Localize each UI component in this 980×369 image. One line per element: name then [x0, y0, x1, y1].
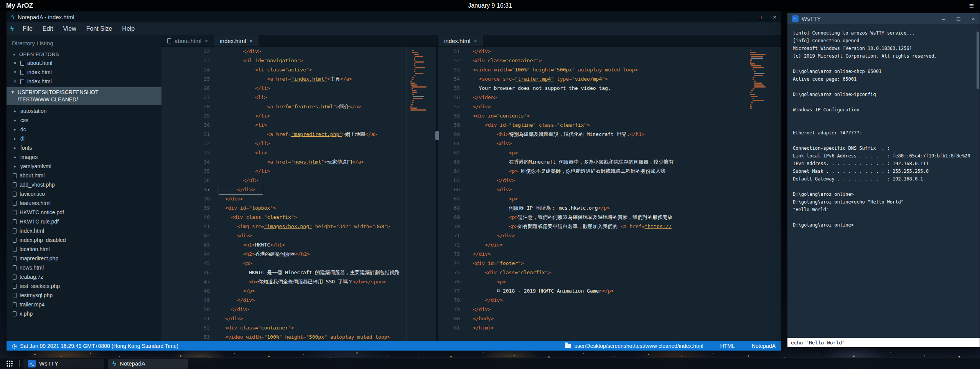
file-item-test-sockets-php[interactable]: test_sockets.php — [7, 281, 161, 291]
code-line[interactable]: 43 <h1>HKWTC</h1> — [161, 240, 406, 250]
code-line[interactable]: 53 <video width="100%" height="500px" au… — [161, 333, 406, 341]
code-line[interactable]: 48 </p> — [161, 286, 406, 296]
code-line[interactable]: 31 <a href="mapredirect.php">網上地圖</a> — [161, 130, 406, 139]
code-line[interactable]: 46 HKWTC 是一個 Minecraft 的建築伺服器，主要建築計劃包括鐵路 — [161, 268, 406, 277]
close-button[interactable]: × — [972, 16, 975, 22]
code-line[interactable]: 74 <div id="footer"> — [438, 259, 746, 268]
folder-item-dc[interactable]: ▸dc — [7, 125, 161, 134]
code-line[interactable]: 28 <a href="features.html">簡介</a> — [161, 102, 406, 111]
notepad-titlebar[interactable]: ϟ NotepadA - index.html – □ × — [7, 12, 781, 22]
code-line[interactable]: 32 </li> — [161, 139, 406, 148]
wstty-titlebar[interactable]: >_ WsTTY – □ × — [787, 13, 980, 24]
code-line[interactable]: 30 <li> — [161, 121, 406, 130]
code-line[interactable]: 27 <li> — [161, 93, 406, 102]
minimap-right[interactable] — [746, 47, 781, 341]
terminal-output[interactable]: [info] Connecting to arozos WsTTY servic… — [787, 24, 980, 338]
code-line[interactable]: 57 </div> — [438, 102, 746, 111]
code-line[interactable]: 69 <p>請注意，我們的伺服器為確保玩家及遊玩時的質素，我們對的服務開放 — [438, 213, 746, 222]
code-line[interactable]: 52 <div class="container"> — [161, 323, 406, 333]
code-line[interactable]: 77 © 2018 - 2019 HKWTC Animation Gamer</… — [438, 286, 746, 296]
code-line[interactable]: 44 <h2>香港的建築伺服器</h2> — [161, 250, 406, 259]
code-line[interactable]: 72 </div> — [438, 240, 746, 250]
folder-item-dl[interactable]: ▸dl — [7, 134, 161, 143]
open-editor-item-about-html[interactable]: ×about.html — [7, 58, 161, 68]
file-item-about-html[interactable]: about.html — [7, 171, 161, 180]
file-item-hkwtc-notice-pdf[interactable]: HKWTC notice.pdf — [7, 208, 161, 217]
code-line[interactable]: 42 <div> — [161, 231, 406, 240]
code-line[interactable]: 63 在香港的Minecraft 伺服器中，多為小遊戲和純生存的伺服器，較少擁有 — [438, 157, 746, 167]
file-item-favicon-ico[interactable]: favicon.ico — [7, 189, 161, 199]
code-line[interactable]: 59 <div id="tagline" class="clearfix"> — [438, 121, 746, 130]
statusbar-filepath[interactable]: user/Desktop/screenshot/test/www cleaned… — [574, 343, 703, 349]
maximize-button[interactable]: □ — [957, 16, 960, 22]
app-launcher-grid-icon[interactable] — [6, 360, 13, 367]
file-item-x-php[interactable]: x.php — [7, 309, 161, 318]
code-line[interactable]: 39 <div id="topbox"> — [161, 204, 406, 213]
code-line[interactable]: 64 <p> 即使你不是建築師，你也能透過紅石師或鐵路工程師的身份加入我 — [438, 167, 746, 176]
close-button[interactable]: × — [773, 14, 776, 20]
minimize-button[interactable]: – — [743, 14, 746, 20]
split-handle[interactable] — [435, 131, 439, 140]
code-line[interactable]: 29 </li> — [161, 111, 406, 121]
file-item-add-vhost-php[interactable]: add_vhost.php — [7, 180, 161, 189]
code-editor-left[interactable]: 22 </div>23 <ul id="navigation">24 <li c… — [161, 47, 406, 341]
pane-divider[interactable] — [436, 35, 438, 341]
taskbar-item-notepada[interactable]: ϟNotepadA — [108, 359, 188, 369]
code-line[interactable]: 66 <div> — [438, 185, 746, 194]
folder-item-css[interactable]: ▸css — [7, 116, 161, 125]
open-editors-section[interactable]: ▾ OPEN EDITORS — [7, 50, 161, 58]
maximize-button[interactable]: □ — [758, 14, 761, 20]
taskbar-item-wstty[interactable]: >_WsTTY — [23, 359, 104, 369]
open-editor-item-index-html[interactable]: ×index.html — [7, 68, 161, 77]
code-line[interactable]: 47 <b>你知道我們全條伺服器已轉用 SSD 了嗎？</b></span> — [161, 277, 406, 286]
code-line[interactable]: 58 <div id="contents"> — [438, 111, 746, 121]
code-line[interactable]: 51 </div> — [161, 314, 406, 323]
code-line[interactable]: 54 <source src="trailer.mp4" type="video… — [438, 74, 746, 84]
code-editor-right[interactable]: 51 </div>52 <div class="container">53 <v… — [438, 47, 746, 341]
code-line[interactable]: 68 伺服器 IP 地址為： mcs.hkwtc.org</p> — [438, 204, 746, 213]
minimize-button[interactable]: – — [942, 16, 945, 22]
tree-root-folder[interactable]: ▾ USER/DESKTOP/SCREENSHOT /TEST/WWW CLEA… — [7, 87, 161, 105]
code-line[interactable]: 78 </div> — [438, 296, 746, 305]
code-line[interactable]: 79 </div> — [438, 305, 746, 314]
file-item-index-php-disabled[interactable]: index.php_disabled — [7, 235, 161, 245]
folder-item-fonts[interactable]: ▸fonts — [7, 143, 161, 152]
menu-file[interactable]: File — [18, 24, 38, 34]
close-file-icon[interactable]: × — [13, 78, 17, 84]
code-line[interactable]: 55 Your browser does not support the vid… — [438, 84, 746, 93]
code-line[interactable]: 35 </li> — [161, 167, 406, 176]
code-line[interactable]: 37 </div> — [161, 185, 406, 194]
code-line[interactable]: 38 </div> — [161, 194, 406, 204]
menu-view[interactable]: View — [58, 24, 81, 34]
file-item-news-html[interactable]: news.html — [7, 263, 161, 272]
code-line[interactable]: 34 <a href="news.html">玩家傳送門</a> — [161, 157, 406, 167]
code-line[interactable]: 51 </div> — [438, 47, 746, 56]
code-line[interactable]: 60 <h1>特別為建築及鐵路而設，現代化的 Minecraft 世界.</h1… — [438, 130, 746, 139]
file-item-index-html[interactable]: index.html — [7, 226, 161, 235]
code-line[interactable]: 24 <li class="active"> — [161, 65, 406, 74]
file-item-location-html[interactable]: location.html — [7, 245, 161, 254]
terminal-input[interactable] — [787, 338, 980, 347]
close-file-icon[interactable]: × — [13, 60, 17, 66]
folder-item-images[interactable]: ▸images — [7, 152, 161, 162]
file-item-features-html[interactable]: features.html — [7, 199, 161, 208]
code-line[interactable]: 50 </div> — [161, 305, 406, 314]
folder-item-yamlyamlvml[interactable]: ▸yamlyamlvml — [7, 162, 161, 171]
menu-font-size[interactable]: Font Size — [81, 24, 117, 34]
code-line[interactable]: 62 <p> — [438, 148, 746, 157]
code-line[interactable]: 75 <div class="clearfix"> — [438, 268, 746, 277]
file-item-mapredirect-php[interactable]: mapredirect.php — [7, 254, 161, 263]
hamburger-menu-icon[interactable]: ≡ — [969, 2, 974, 10]
tab-index-html[interactable]: index.html× — [214, 35, 259, 46]
code-line[interactable]: 73 </div> — [438, 250, 746, 259]
code-line[interactable]: 56 </video> — [438, 93, 746, 102]
open-editor-item-index-html[interactable]: ×index.html — [7, 77, 161, 86]
code-line[interactable]: 33 <li> — [161, 148, 406, 157]
tab-about-html[interactable]: about.html× — [161, 35, 214, 46]
aroz-start-menu[interactable]: My ArOZ — [6, 2, 33, 10]
code-line[interactable]: 45 <p> — [161, 259, 406, 268]
tab-index-html[interactable]: index.html× — [438, 35, 483, 46]
code-line[interactable]: 52 <div class="container"> — [438, 56, 746, 65]
file-item-testmysql-php[interactable]: testmysql.php — [7, 291, 161, 300]
file-item-trailer-mp4[interactable]: trailer.mp4 — [7, 300, 161, 309]
